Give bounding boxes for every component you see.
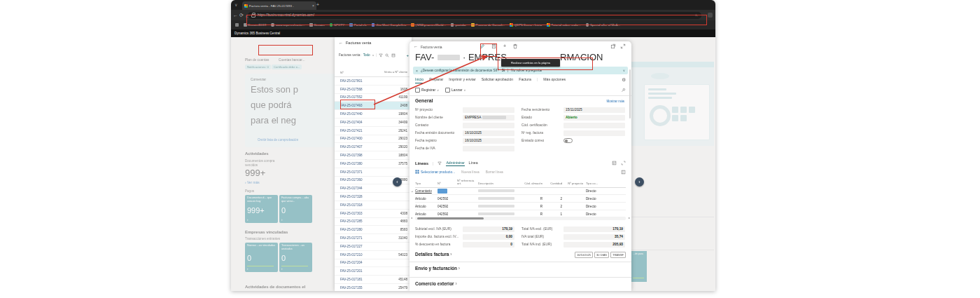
line-cell[interactable]: [478, 203, 519, 210]
edit-list-icon[interactable]: [491, 43, 497, 49]
field-value[interactable]: 16/10/2025: [463, 138, 514, 144]
field-value[interactable]: EMPRESA: [463, 115, 514, 121]
column-header[interactable]: Cód. almacén: [520, 182, 542, 186]
scrollbar-thumb[interactable]: [417, 217, 484, 219]
column-header[interactable]: Tipo co...: [586, 182, 617, 186]
expand-icon[interactable]: [621, 161, 626, 165]
menu-item-1[interactable]: Preparar: [429, 77, 443, 83]
dismiss-notification-icon[interactable]: ×: [416, 69, 418, 73]
line-cell[interactable]: Comentario: [415, 187, 436, 194]
list-row[interactable]: FAV-25-01721054023: [335, 251, 412, 259]
list-row[interactable]: FAV-25-017227: [335, 243, 412, 251]
funnel-icon[interactable]: [438, 161, 442, 165]
activities-heading[interactable]: Actividades: [245, 151, 269, 156]
browser-tab[interactable]: Factura venta - FAV-25-017493 - ×: [242, 1, 316, 10]
filter-caret-icon[interactable]: ∨: [372, 54, 374, 57]
linked-tile[interactable]: Transacciones ...as anotadas 0 ›: [279, 243, 312, 272]
gear-icon[interactable]: ⚙: [622, 77, 626, 82]
vertical-scrollbar[interactable]: [629, 69, 631, 118]
summary-chip[interactable]: 30 DIAS: [594, 252, 609, 258]
field-value[interactable]: 16/10/2025: [463, 130, 514, 136]
bookmark-item[interactable]: youtube: [451, 23, 466, 27]
line-cell[interactable]: R: [520, 195, 542, 202]
tile-open-icon[interactable]: ›: [281, 267, 283, 271]
general-section-title[interactable]: General: [415, 98, 433, 103]
line-row[interactable]: →ComentarioDirecto: [415, 187, 626, 195]
list-row[interactable]: FAV-25-017328: [335, 193, 412, 201]
list-row[interactable]: FAV-25-0172854883: [335, 218, 412, 226]
summary-chip[interactable]: TRANSF: [610, 252, 626, 258]
list-row[interactable]: FAV-25-01742129241: [335, 127, 412, 135]
line-cell[interactable]: [438, 187, 456, 194]
line-cell[interactable]: [544, 187, 562, 194]
nav-plan-de-cuentas[interactable]: Plan de cuentas: [245, 58, 269, 62]
menu-item-4[interactable]: Factura: [519, 77, 531, 83]
apps-grid-icon[interactable]: [235, 23, 239, 27]
line-cell[interactable]: [564, 187, 583, 194]
list-row[interactable]: FAV-25-01715525479: [335, 284, 412, 291]
certificate-chip[interactable]: Certificado debe e...: [272, 65, 302, 69]
column-customer[interactable]: Venta a Nº cliente: [384, 71, 407, 74]
filter-value[interactable]: Todo: [363, 53, 370, 57]
notification-chevron-icon[interactable]: ∨: [623, 69, 625, 72]
scroll-left-icon[interactable]: ◂: [411, 216, 412, 219]
payments-tile[interactable]: Documentos d... que vencen hoy 999+ ›: [245, 195, 278, 223]
new-line-button[interactable]: Nueva línea: [461, 170, 479, 174]
payments-tile[interactable]: Facturas compra ...aba que venci... 0 ›: [279, 195, 312, 223]
menu-item-5[interactable]: Más opciones: [543, 77, 566, 83]
shipping-billing-section[interactable]: Envío y facturación ›: [415, 266, 460, 271]
line-cell[interactable]: [457, 203, 477, 210]
bookmark-item[interactable]: Proceso de Consoli...: [471, 23, 505, 27]
list-row[interactable]: FAV-25-017371: [335, 168, 412, 177]
bookmark-item[interactable]: www.sepe.es/conte...: [271, 23, 304, 27]
summary-chip[interactable]: 16/10/2025: [575, 252, 593, 258]
list-row[interactable]: FAV-25-01744019804: [335, 110, 412, 118]
delete-icon[interactable]: [512, 43, 518, 49]
list-row[interactable]: FAV-25-0174932408: [335, 102, 412, 110]
list-row[interactable]: FAV-25-017318: [335, 201, 412, 210]
line-cell[interactable]: 2: [544, 195, 562, 202]
field-value[interactable]: [564, 130, 625, 136]
invoice-details-section[interactable]: Detalles factura ›: [415, 252, 451, 257]
bookmark-item[interactable]: Tutorial sobre realiz...: [547, 23, 581, 27]
expand-icon[interactable]: [620, 43, 626, 49]
pin-icon[interactable]: [621, 88, 626, 93]
nav-cuentas-bancarias[interactable]: Cuentas bancar...: [279, 58, 305, 62]
tile-open-icon[interactable]: ›: [281, 218, 283, 222]
list-row[interactable]: FAV-25-01740729020: [335, 143, 412, 151]
chevron-down-icon[interactable]: ∨: [463, 88, 465, 92]
tab-close-icon[interactable]: ×: [312, 4, 314, 8]
new-invoice-button[interactable]: +: [406, 53, 409, 57]
see-more-link[interactable]: › Ver más: [245, 181, 260, 184]
layout-icon[interactable]: [621, 170, 626, 175]
list-row[interactable]: FAV-25-01738037575: [335, 160, 412, 168]
lines-tab-linea[interactable]: Línea: [469, 161, 478, 165]
show-more-link[interactable]: Mostrar más: [606, 100, 624, 103]
popout-icon[interactable]: [610, 43, 616, 49]
list-row[interactable]: FAV-25-01727131040: [335, 234, 412, 243]
line-cell[interactable]: [564, 195, 583, 202]
line-cell[interactable]: [478, 195, 519, 202]
field-value[interactable]: [463, 107, 514, 113]
line-cell[interactable]: [478, 187, 519, 194]
line-cell[interactable]: [564, 203, 583, 210]
line-cell[interactable]: R: [520, 203, 542, 210]
list-row[interactable]: FAV-25-0173034308: [335, 210, 412, 218]
line-row[interactable]: Artículo042592R2Directo: [415, 203, 626, 210]
list-row[interactable]: FAV-25-0172808583: [335, 226, 412, 234]
column-header[interactable]: Cantidad: [544, 182, 562, 186]
line-cell[interactable]: [457, 187, 477, 194]
list-row[interactable]: FAV-25-01755241199: [335, 94, 412, 102]
field-value[interactable]: [463, 146, 514, 151]
line-cell[interactable]: 2: [544, 203, 562, 210]
bookmark-item[interactable]: Devaim: [309, 23, 324, 27]
line-row[interactable]: Artículo042592R2Directo: [415, 195, 626, 203]
column-header[interactable]: Nº: [438, 182, 456, 186]
action-registrar[interactable]: Registrar∨: [415, 88, 439, 93]
tab-search-chevron-icon[interactable]: ∨: [234, 3, 237, 7]
menu-item-2[interactable]: Imprimir y enviar: [449, 77, 475, 83]
select-products-button[interactable]: Seleccionar producto...: [415, 170, 455, 174]
line-cell[interactable]: Directo: [586, 195, 617, 202]
list-row[interactable]: FAV-25-0175681608: [335, 86, 412, 94]
line-cell[interactable]: Artículo: [415, 195, 436, 202]
